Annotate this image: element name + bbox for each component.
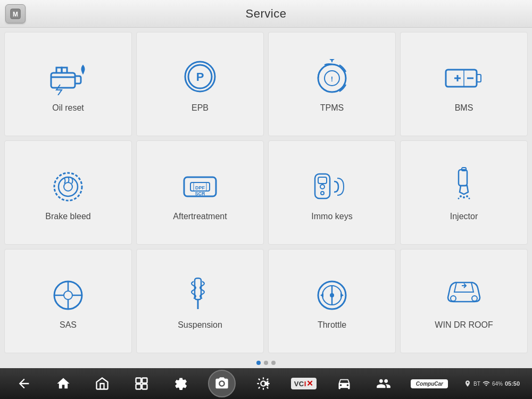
brand-name: CompuCar <box>416 381 443 387</box>
back-button[interactable] <box>12 372 36 395</box>
aftertreatment-label: Aftertreatment <box>173 212 227 221</box>
header: M Service <box>0 0 532 28</box>
svg-rect-51 <box>142 378 147 383</box>
oil-reset-icon <box>47 55 89 98</box>
main-content: Oil reset P EPB ! TPMS <box>0 28 532 358</box>
injector-label: Injector <box>450 212 478 221</box>
brightness-button[interactable] <box>252 372 275 395</box>
service-tile-throttle[interactable]: Throttle <box>268 249 396 353</box>
location-icon <box>464 380 471 387</box>
svg-point-32 <box>466 195 468 197</box>
svg-line-62 <box>259 387 260 388</box>
immo-keys-icon <box>311 164 353 206</box>
user-button[interactable] <box>372 372 395 395</box>
svg-text:DPF: DPF <box>195 185 205 190</box>
status-area: BT 64% 05:50 <box>464 380 520 387</box>
brake-bleed-icon <box>47 164 89 206</box>
service-tile-injector[interactable]: Injector <box>400 140 528 245</box>
service-tile-oil-reset[interactable]: Oil reset <box>4 32 132 136</box>
house2-button[interactable] <box>90 372 114 395</box>
svg-point-34 <box>469 198 470 200</box>
oil-reset-label: Oil reset <box>52 103 84 113</box>
service-tile-brake-bleed[interactable]: Brake bleed <box>4 140 132 245</box>
svg-text:SCR: SCR <box>195 191 205 196</box>
svg-point-17 <box>59 177 78 196</box>
aftertreatment-icon: DPF SCR <box>179 164 221 206</box>
vci-x-label: ✕ <box>306 379 314 388</box>
svg-line-58 <box>259 379 260 380</box>
svg-text:M: M <box>13 11 18 18</box>
service-tile-suspension[interactable]: Suspension <box>136 249 264 353</box>
svg-text:P: P <box>196 70 204 84</box>
settings-button[interactable] <box>169 372 193 395</box>
compucar-badge[interactable]: CompuCar <box>411 379 448 388</box>
svg-point-27 <box>320 185 325 189</box>
bottom-toolbar: VCI✕ CompuCar BT 64% 05:50 <box>0 368 532 399</box>
vci-button[interactable]: VCI✕ <box>291 378 317 389</box>
svg-point-47 <box>330 293 334 297</box>
svg-line-59 <box>267 387 268 388</box>
tpms-label: TPMS <box>320 103 344 113</box>
vci-vc-label: VC <box>294 380 304 388</box>
suspension-icon <box>179 272 221 315</box>
svg-rect-64 <box>264 382 267 386</box>
sas-label: SAS <box>60 320 77 330</box>
dot-1 <box>256 361 261 365</box>
service-tile-tpms[interactable]: ! TPMS <box>268 32 396 136</box>
home-button[interactable] <box>52 372 75 395</box>
camera-button[interactable] <box>208 370 236 397</box>
battery-label: 64% <box>492 381 503 387</box>
throttle-label: Throttle <box>318 320 346 330</box>
svg-text:!: ! <box>331 75 333 83</box>
svg-point-30 <box>460 195 462 197</box>
svg-point-31 <box>463 196 465 198</box>
svg-point-18 <box>64 182 72 191</box>
win-dr-roof-label: WIN DR ROOF <box>435 320 493 330</box>
service-tile-sas[interactable]: SAS <box>4 249 132 353</box>
sas-icon <box>47 272 89 315</box>
square-button[interactable] <box>130 372 153 395</box>
svg-rect-50 <box>136 378 140 383</box>
car-button[interactable] <box>332 372 356 395</box>
dot-3 <box>271 361 276 365</box>
time-label: 05:50 <box>505 380 520 387</box>
svg-rect-29 <box>459 170 467 186</box>
epb-icon: P <box>179 55 221 98</box>
page-title: Service <box>246 7 287 21</box>
svg-line-63 <box>267 379 268 380</box>
svg-rect-2 <box>51 73 75 88</box>
service-tile-win-dr-roof[interactable]: WIN DR ROOF <box>400 249 528 353</box>
immo-keys-label: Immo keys <box>311 212 352 221</box>
svg-rect-52 <box>136 384 140 389</box>
service-tile-immo-keys[interactable]: Immo keys <box>268 140 396 245</box>
service-tile-aftertreatment[interactable]: DPF SCR Aftertreatment <box>136 140 264 245</box>
epb-label: EPB <box>192 103 209 113</box>
svg-point-33 <box>458 198 460 200</box>
home-m-button[interactable]: M <box>5 4 26 23</box>
svg-rect-26 <box>318 177 327 184</box>
wifi-icon <box>483 380 490 387</box>
bms-label: BMS <box>455 103 473 113</box>
svg-point-37 <box>64 291 72 300</box>
suspension-label: Suspension <box>178 320 222 330</box>
service-grid: Oil reset P EPB ! TPMS <box>4 32 528 353</box>
page-dots <box>0 358 532 368</box>
svg-rect-53 <box>142 384 147 389</box>
injector-icon <box>443 164 485 206</box>
tpms-icon: ! <box>311 55 353 98</box>
bms-icon <box>443 55 485 98</box>
brake-bleed-label: Brake bleed <box>45 212 90 221</box>
service-tile-bms[interactable]: BMS <box>400 32 528 136</box>
svg-point-48 <box>451 296 456 301</box>
win-dr-roof-icon <box>443 272 485 315</box>
svg-point-28 <box>321 192 324 195</box>
service-tile-epb[interactable]: P EPB <box>136 32 264 136</box>
throttle-icon <box>311 272 353 315</box>
bt-label: BT <box>473 381 480 387</box>
svg-point-49 <box>472 296 477 301</box>
dot-2 <box>264 361 268 365</box>
